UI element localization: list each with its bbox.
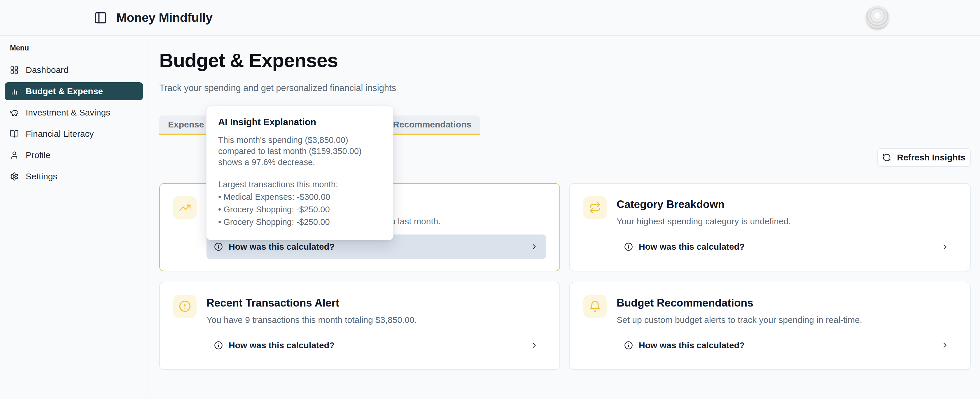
tooltip-transaction: • Grocery Shopping: -$250.00 xyxy=(218,216,382,228)
card-description: Set up custom budget alerts to track you… xyxy=(617,315,957,325)
bell-icon xyxy=(583,294,607,318)
page-title: Budget & Expenses xyxy=(159,49,338,72)
tooltip-title: AI Insight Explanation xyxy=(218,117,382,127)
sidebar-item-investment-savings[interactable]: Investment & Savings xyxy=(5,103,143,122)
card-body: Recent Transactions Alert You have 9 tra… xyxy=(207,294,546,357)
info-icon xyxy=(214,341,223,350)
refresh-icon xyxy=(882,153,891,162)
sidebar-item-settings[interactable]: Settings xyxy=(5,167,143,186)
sidebar-item-dashboard[interactable]: Dashboard xyxy=(5,61,143,79)
tooltip-transaction: • Medical Expenses: -$300.00 xyxy=(218,191,382,203)
gear-icon xyxy=(10,172,19,181)
piggy-bank-icon xyxy=(10,108,19,117)
card-budget-recommendations: Budget Recommendations Set up custom bud… xyxy=(570,282,970,370)
tooltip-paragraph: This month's spending ($3,850.00) compar… xyxy=(218,135,382,168)
chevron-right-icon xyxy=(941,341,949,350)
tooltip-largest-heading: Largest transactions this month: xyxy=(218,178,382,191)
chevron-right-icon xyxy=(530,341,538,350)
how-calculated-label: How was this calculated? xyxy=(639,242,745,252)
how-calculated-label: How was this calculated? xyxy=(229,340,334,350)
app-root: { "header": { "app_title": "Money Mindfu… xyxy=(0,0,980,399)
repeat-icon xyxy=(583,196,607,219)
card-title: Recent Transactions Alert xyxy=(207,297,546,310)
card-recent-transactions-alert: Recent Transactions Alert You have 9 tra… xyxy=(159,282,560,370)
ai-insight-tooltip: AI Insight Explanation This month's spen… xyxy=(206,106,393,240)
tooltip-transaction: • Grocery Shopping: -$250.00 xyxy=(218,203,382,216)
sidebar-item-label: Profile xyxy=(25,150,51,160)
how-calculated-row[interactable]: How was this calculated? xyxy=(617,235,957,259)
how-calculated-label: How was this calculated? xyxy=(639,340,745,350)
card-description: You have 9 transactions this month total… xyxy=(207,315,546,325)
card-title: Budget Recommendations xyxy=(617,297,957,310)
how-calculated-label: How was this calculated? xyxy=(229,242,334,252)
sidebar-toggle-button[interactable] xyxy=(94,11,107,24)
sidebar-item-label: Dashboard xyxy=(25,65,68,75)
sidebar-item-financial-literacy[interactable]: Financial Literacy xyxy=(5,125,143,143)
dashboard-icon xyxy=(10,66,19,75)
sidebar-item-label: Settings xyxy=(25,172,57,181)
sidebar: Menu Dashboard Budget & Expense Investme… xyxy=(0,36,148,399)
chevron-right-icon xyxy=(941,243,949,251)
refresh-insights-label: Refresh Insights xyxy=(897,153,966,162)
card-body: Category Breakdown Your highest spending… xyxy=(617,196,957,258)
sidebar-nav: Dashboard Budget & Expense Investment & … xyxy=(5,61,143,186)
card-category-breakdown: Category Breakdown Your highest spending… xyxy=(570,183,970,271)
card-description: Your highest spending category is undefi… xyxy=(617,216,957,226)
sidebar-item-budget-expense[interactable]: Budget & Expense xyxy=(5,82,143,100)
user-icon xyxy=(10,151,19,159)
avatar[interactable] xyxy=(865,6,889,29)
book-open-icon xyxy=(10,129,19,138)
card-body: Budget Recommendations Set up custom bud… xyxy=(617,294,957,357)
page-subtitle: Track your spending and get personalized… xyxy=(159,83,396,93)
sidebar-item-label: Investment & Savings xyxy=(25,108,110,118)
app-title: Money Mindfully xyxy=(116,11,212,25)
trending-up-icon xyxy=(173,196,197,219)
app-header: Money Mindfully xyxy=(0,0,980,36)
refresh-insights-button[interactable]: Refresh Insights xyxy=(877,148,970,167)
info-icon xyxy=(624,242,633,251)
bar-chart-icon xyxy=(10,87,19,96)
sidebar-item-label: Financial Literacy xyxy=(25,129,94,139)
how-calculated-row[interactable]: How was this calculated? xyxy=(207,333,546,358)
info-icon xyxy=(624,341,633,350)
info-icon xyxy=(214,242,223,251)
sidebar-menu-label: Menu xyxy=(5,44,143,52)
panel-left-icon xyxy=(94,11,107,24)
chevron-right-icon xyxy=(530,243,538,251)
card-title: Category Breakdown xyxy=(617,198,957,212)
how-calculated-row[interactable]: How was this calculated? xyxy=(617,333,957,358)
sidebar-item-profile[interactable]: Profile xyxy=(5,146,143,164)
sidebar-item-label: Budget & Expense xyxy=(25,86,103,96)
alert-circle-icon xyxy=(173,294,197,318)
